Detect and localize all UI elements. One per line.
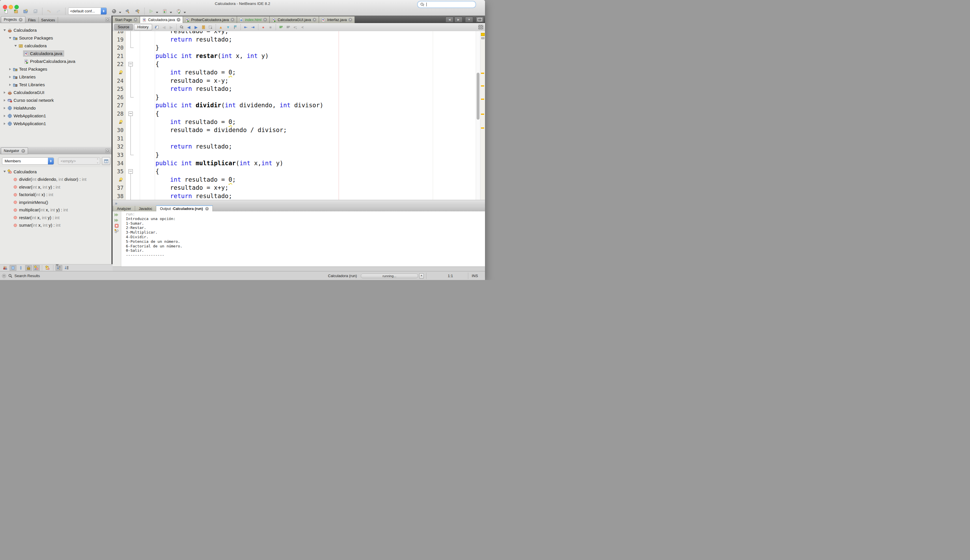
code-line[interactable]: 37 resultado = x+y; (112, 184, 476, 192)
cancel-process-button[interactable]: ✕ (419, 273, 424, 278)
code-editor[interactable]: 18 resultado = x+y;19 return resultado;2… (112, 31, 485, 200)
code-line[interactable]: 26 } (112, 93, 476, 102)
quick-search-input[interactable] (417, 1, 476, 8)
code-line[interactable]: 27 public int dividir(int dividendo, int… (112, 101, 476, 110)
stop-macro-recording-icon[interactable]: ■ (267, 24, 274, 30)
navigator-view-button[interactable] (102, 157, 110, 165)
warning-mark[interactable] (481, 85, 484, 87)
last-edit-position-icon[interactable] (153, 24, 161, 30)
warning-mark[interactable] (481, 98, 484, 100)
tree-item[interactable]: sumar(int x, int y) : int (0, 222, 112, 229)
shift-left-icon[interactable]: ⇤ (242, 24, 249, 30)
warning-status-icon[interactable] (481, 33, 485, 36)
tab-services[interactable]: Services (38, 17, 58, 23)
show-static-button[interactable] (17, 265, 24, 271)
shift-right-icon[interactable]: ⇥ (249, 24, 257, 30)
comment-icon[interactable] (278, 24, 285, 30)
warning-mark[interactable] (481, 73, 484, 74)
tab-analyzer[interactable]: Analyzer (113, 206, 135, 212)
tree-item[interactable]: Calculadora (0, 26, 112, 34)
save-all-button[interactable] (32, 7, 39, 15)
show-inherited-members-button[interactable] (2, 265, 8, 271)
tree-item[interactable]: CalculadoraGUI (0, 88, 112, 96)
tab-files[interactable]: Files (25, 17, 38, 23)
code-line[interactable]: 20 } (112, 43, 476, 52)
warning-hint-icon[interactable]: ! (119, 177, 123, 183)
editor-tab[interactable]: Start Page✕ (112, 17, 140, 23)
code-line[interactable]: 30 resultado = dividendo / divisor; (112, 126, 476, 134)
tree-item[interactable]: Source Packages (0, 34, 112, 42)
navigator-scope-select[interactable]: Members (2, 157, 54, 165)
show-types-button[interactable] (44, 265, 51, 271)
code-line[interactable]: 31 (112, 134, 476, 143)
collapse-arrow-icon[interactable] (4, 99, 5, 102)
minimize-panel-button[interactable] (105, 17, 110, 22)
collapse-arrow-icon[interactable] (4, 92, 5, 94)
code-line[interactable]: ! int resultado = 0; (112, 176, 476, 184)
tree-item[interactable]: Calculadora (0, 168, 112, 176)
editor-toolbar-overflow-icon[interactable] (478, 25, 483, 29)
close-icon[interactable]: ✕ (263, 18, 267, 22)
collapse-arrow-icon[interactable] (4, 115, 5, 117)
memory-button[interactable] (110, 7, 118, 15)
code-completion-icon[interactable]: < (299, 24, 306, 30)
code-line[interactable]: ! int resultado = 0; (112, 118, 476, 126)
code-line[interactable]: ! int resultado = 0; (112, 68, 476, 77)
rerun-debug-button[interactable] (114, 218, 119, 223)
tree-item[interactable]: Test Libraries (0, 81, 112, 88)
tree-item[interactable]: WebApplication1 (0, 120, 112, 127)
code-line[interactable]: 25 return resultado; (112, 85, 476, 93)
next-occurrence-icon[interactable]: ▼ (225, 24, 232, 30)
editor-vertical-scrollbar[interactable] (476, 31, 480, 200)
close-icon[interactable]: ✕ (19, 18, 22, 22)
close-icon[interactable]: ✕ (231, 18, 234, 22)
navigator-filter-select[interactable]: <empty> ⌃⌄ (58, 157, 100, 165)
code-line[interactable]: 28 { (112, 110, 476, 118)
run-dropdown-arrow[interactable] (156, 12, 158, 13)
collapse-arrow-icon[interactable] (9, 68, 11, 70)
collapse-arrow-icon[interactable] (4, 107, 5, 109)
minimize-panel-button[interactable] (105, 148, 110, 153)
editor-tab[interactable]: Calculadora.java✕ (140, 17, 183, 23)
tab-projects[interactable]: Projects ✕ (1, 16, 25, 23)
show-inner-classes-button[interactable] (33, 265, 40, 271)
show-non-public-button[interactable] (25, 265, 32, 271)
tree-item[interactable]: calculadora (0, 42, 112, 50)
tab-list-dropdown-button[interactable]: ▼ (465, 17, 473, 22)
code-line[interactable]: 21 public int restar(int x, int y) (112, 52, 476, 60)
code-line[interactable]: 38 return resultado; (112, 192, 476, 200)
tree-item[interactable]: Libraries (0, 73, 112, 81)
tree-item[interactable]: factorial(int x) : int (0, 191, 112, 199)
code-line[interactable]: 34 public int multiplicar(int x,int y) (112, 159, 476, 168)
find-selection-icon[interactable] (178, 24, 186, 30)
tree-item[interactable]: ProbarCalculadora.java (0, 57, 112, 65)
close-icon[interactable]: ✕ (205, 207, 209, 210)
build-project-button[interactable] (124, 7, 132, 15)
scroll-tabs-left-button[interactable]: ◀ (445, 17, 453, 22)
rectangular-selection-icon[interactable] (207, 24, 214, 30)
tree-item[interactable]: WebApplication1 (0, 112, 112, 120)
sort-by-source-button[interactable] (63, 265, 70, 271)
warning-mark[interactable] (481, 113, 484, 115)
tree-item[interactable]: restar(int x, int y) : int (0, 214, 112, 222)
code-line[interactable]: 19 return resultado; (112, 35, 476, 44)
editor-tab[interactable]: CalculadoraGUI.java✕ (269, 17, 319, 23)
scrollbar-thumb[interactable] (477, 73, 480, 120)
redo-button[interactable] (55, 7, 62, 15)
show-fields-button[interactable] (10, 265, 17, 271)
history-view-button[interactable]: History (134, 24, 152, 30)
code-line[interactable]: 35 { (112, 167, 476, 176)
source-view-button[interactable]: Source (114, 24, 133, 30)
tree-item[interactable]: dividir(int dividendo, int divisor) : in… (0, 176, 112, 183)
editor-tab[interactable]: Interfaz.java✕ (319, 17, 355, 23)
tree-item[interactable]: phpCurso social network (0, 96, 112, 104)
editor-tab[interactable]: ProbarCalculadora.java✕ (183, 17, 237, 23)
tab-navigator[interactable]: Navigator ✕ (1, 147, 28, 154)
splitter-grip-icon[interactable] (55, 264, 59, 266)
configuration-select[interactable]: <default conf... (68, 7, 107, 15)
close-icon[interactable]: ✕ (22, 149, 25, 153)
code-fold-toggle[interactable] (129, 112, 133, 116)
memory-dropdown-arrow[interactable] (119, 12, 121, 13)
forward-icon[interactable]: ▶ (168, 24, 175, 30)
find-next-icon[interactable]: ▶ (192, 24, 200, 30)
